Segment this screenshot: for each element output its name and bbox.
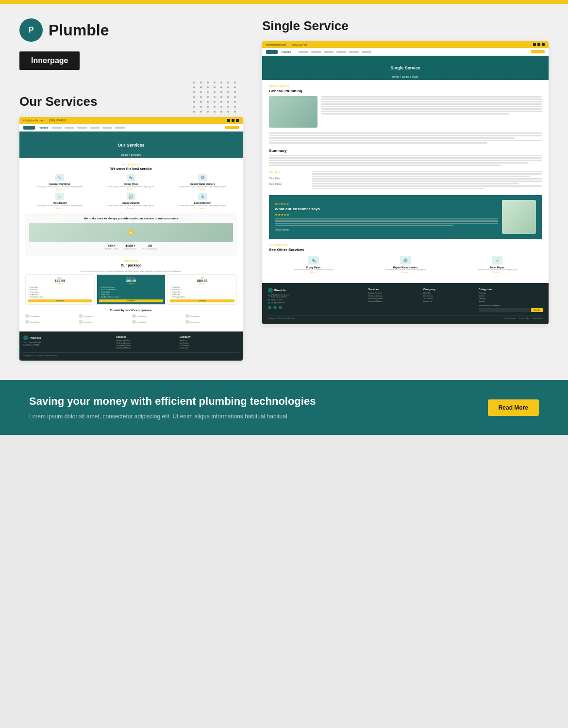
rp-footer-svc-2: Heating & Draining	[368, 295, 419, 297]
social-icon-1	[227, 119, 230, 122]
stat-3-value: 20	[142, 244, 157, 248]
other-service-3-icon: 🚽	[492, 256, 502, 265]
right-nav-link	[362, 51, 371, 53]
rp-test-left: TESTIMONIAL What our costumer says ★★★★★…	[275, 203, 498, 231]
rp-footer-privacy: Privacy Policy	[519, 317, 530, 319]
rp-other-label: OUR SERVICES	[269, 244, 542, 247]
other-service-3: 🚽 Toilet Repair Lorem ipsum dolor sit am…	[453, 256, 542, 273]
footer-col-brand: Plumble 278 778 Set Den LoremSouth Denve…	[23, 335, 112, 349]
rp-footer-subscribe-input[interactable]	[479, 308, 530, 312]
rp-service-title: General Plumbing	[269, 89, 542, 93]
rp-footer-cookie: Cookie Policy	[533, 317, 543, 319]
preview-nav-btn	[225, 126, 239, 129]
packages-title: Our package	[25, 264, 237, 267]
nav-link	[52, 127, 62, 129]
rp-service-image	[269, 96, 317, 128]
service-link-5: Explore ›	[97, 207, 165, 209]
stat-2-label: Projects Done	[124, 248, 136, 250]
service-icon-3: ⚙️	[198, 174, 207, 181]
rp-footer-terms: Terms of Service	[503, 317, 516, 319]
rp-footer-bottom: Copyright © 2022 Plumble.All rights. Ter…	[268, 315, 543, 319]
nav-link	[90, 127, 100, 129]
footer-company-4: Contact Us	[180, 347, 239, 349]
other-service-1-link: Explore ›	[269, 271, 358, 273]
preview-nav-logo	[23, 126, 35, 130]
footer-social-2	[273, 306, 277, 309]
right-nav-btn	[531, 50, 545, 53]
footer-service-4: Residential Mission	[116, 347, 175, 349]
footer-company-title: Company	[180, 335, 239, 338]
service-item-4: 🚽 Toilet Repair Lorem ipsum dolor sit am…	[25, 193, 94, 209]
package-premium-price: $69.99	[99, 279, 164, 282]
right-nav-brand: Plumble	[282, 50, 291, 53]
logo-6-text: Logolpsum	[84, 321, 93, 323]
service-item-5: 🔄 Drain Cleaning Lorem ipsum dolor sit a…	[97, 193, 165, 209]
package-vip-label: YEARLY	[170, 282, 234, 285]
footer-social-1	[268, 306, 271, 309]
bottom-banner: Saving your money with efficient plumbin…	[0, 380, 568, 435]
logo-4: Logolpsum	[185, 314, 237, 318]
logo-2-text: Logolpsum	[84, 315, 93, 317]
package-basic-btn[interactable]: Get Started	[28, 299, 92, 302]
footer-social-3	[279, 306, 282, 309]
bottom-banner-subtitle: Lorem ipsum dolor sit amet, consectetur …	[29, 413, 316, 421]
service-icon-1: 🔧	[55, 174, 64, 181]
right-hero-breadcrumb: Home > Single Service	[392, 75, 418, 78]
service-item-1: 🔧 General Plumbing Lorem ipsum dolor sit…	[25, 174, 94, 190]
rp-other-services: 🔩 Fixing Pipes Lorem ipsum dolor sit ame…	[269, 256, 542, 273]
logo-3-icon	[132, 314, 136, 318]
service-icon-5: 🔄	[127, 193, 135, 200]
logo-1-icon	[25, 314, 29, 318]
stat-2: 100K+ Projects Done	[124, 244, 136, 250]
package-basic-price: $49.99	[28, 279, 92, 282]
service-item-3: ⚙️ Repair Water Heaters Lorem ipsum dolo…	[168, 174, 237, 190]
rp-testimonial-section: TESTIMONIAL What our costumer says ★★★★★…	[269, 195, 542, 239]
other-service-2-link: Explore ›	[361, 271, 450, 273]
package-premium-btn[interactable]: Get Started	[99, 299, 164, 302]
rp-footer-co-1: About Us	[423, 292, 475, 294]
play-button-icon: ▶	[129, 230, 134, 235]
preview-section1-label: OUR SERVICES	[25, 163, 237, 166]
package-premium-label: YEARLY	[99, 282, 164, 285]
step-1: Step One	[269, 171, 308, 174]
preview-nav: Plumble	[19, 124, 243, 132]
social-icon-2	[232, 119, 234, 122]
logo-3: Logolpsum	[132, 314, 184, 318]
rp-footer-logo: Plumble	[268, 288, 364, 293]
logo-5-text: Logolpsum	[30, 321, 40, 323]
rp-footer-email: info@plumble.com	[268, 302, 364, 304]
right-section-title: Single Service	[262, 18, 549, 33]
bottom-banner-btn[interactable]: Read More	[488, 399, 539, 416]
rp-footer: Plumble 278 778 Set Den LoremSouth Denve…	[262, 283, 549, 324]
package-basic-features: ✓Feature One ✓Feature Two ✓Feature Three…	[28, 286, 92, 298]
trusted-title: Trusted by world's companies.	[25, 309, 237, 312]
logo-1: Logolpsum	[25, 314, 77, 318]
rp-footer-cat-3: Espresso	[479, 298, 543, 299]
logo-5: Logolpsum	[25, 320, 77, 324]
rp-footer-cat-2: Sprinkle	[479, 295, 543, 297]
package-premium: Premium $69.99 YEARLY ✓Feature One Seaso…	[97, 274, 166, 305]
package-basic-label: YEARLY	[28, 282, 92, 285]
rp-test-text	[275, 218, 498, 226]
service-item-2: 🔩 Fixing Pipes Lorem ipsum dolor sit ame…	[97, 174, 165, 190]
service-link-2: Explore ›	[97, 188, 165, 190]
rp-footer-svc-1: Sewage Removal	[368, 292, 419, 294]
package-vip-btn[interactable]: Get Started	[170, 299, 234, 302]
rp-footer-subscribe-btn[interactable]: Subscribe	[531, 308, 543, 312]
logo-8-text: Logolpsum	[190, 321, 200, 323]
footer-col-company: Company About Us Our Services The Proces…	[180, 335, 239, 349]
package-vip-price: $89.99	[170, 279, 234, 282]
service-icon-2: 🔩	[127, 174, 135, 181]
service-item-6: 💧 Leak Detection Lorem ipsum dolor sit a…	[168, 193, 237, 209]
nav-link	[65, 127, 74, 129]
brand: P Plumble	[19, 18, 243, 42]
rp-steps-section: Step One Step Two Step Three	[269, 171, 542, 190]
rp-extra-text	[269, 132, 542, 144]
preview-nav-brandname: Plumble	[39, 126, 48, 129]
package-vip: VIP $89.99 YEARLY ✓Feature One ✓Feature …	[167, 274, 237, 305]
preview-section1-title: We serve the best service	[25, 167, 237, 170]
phone-icon	[268, 299, 270, 301]
right-social-1	[533, 43, 536, 46]
rp-footer-col-brand: Plumble 278 778 Set Den LoremSouth Denve…	[268, 288, 364, 312]
step-2: Step Two	[269, 177, 308, 180]
